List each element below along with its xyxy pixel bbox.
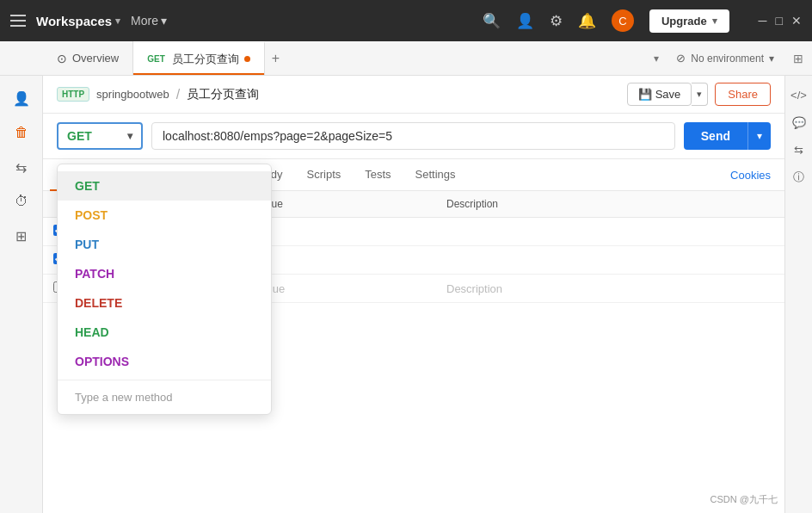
settings-icon[interactable]: ⚙ bbox=[550, 12, 563, 30]
share-button[interactable]: Share bbox=[715, 83, 771, 106]
request-header: HTTP springbootweb / 员工分页查询 💾 Save ▾ Sha… bbox=[43, 76, 784, 114]
dropdown-divider bbox=[58, 380, 271, 380]
sidebar-icon-link[interactable]: ⇆ bbox=[6, 151, 37, 182]
tab-method-label: GET bbox=[147, 54, 165, 64]
tab-add-button[interactable]: + bbox=[265, 41, 286, 75]
send-dropdown-button[interactable]: ▾ bbox=[747, 122, 771, 150]
rs-icon-comment[interactable]: 💬 bbox=[787, 110, 811, 134]
method-text: GET bbox=[67, 129, 92, 143]
rs-icon-info[interactable]: ⓘ bbox=[787, 165, 811, 189]
top-nav: Workspaces ▾ More ▾ 🔍 👤 ⚙ 🔔 C Upgrade ▾ … bbox=[0, 0, 812, 41]
rs-icon-rotate[interactable]: ⇆ bbox=[787, 138, 811, 162]
env-icon: ⊘ bbox=[676, 52, 686, 65]
breadcrumb-separator: / bbox=[176, 87, 180, 102]
save-label: Save bbox=[655, 88, 681, 101]
breadcrumb-part1: springbootweb bbox=[96, 88, 169, 101]
cookies-link[interactable]: Cookies bbox=[723, 160, 778, 190]
env-arrow-icon: ▾ bbox=[769, 53, 774, 65]
rs-icon-code[interactable]: </> bbox=[787, 83, 811, 107]
dropdown-item-get[interactable]: GET bbox=[58, 171, 271, 201]
dropdown-item-options[interactable]: OPTIONS bbox=[58, 347, 271, 376]
tab-overview[interactable]: ⊙ Overview bbox=[43, 41, 133, 75]
env-label: No environment bbox=[691, 53, 764, 65]
add-user-icon[interactable]: 👤 bbox=[516, 12, 534, 30]
tab-request-name: 员工分页查询 bbox=[172, 52, 239, 67]
avatar-icon[interactable]: C bbox=[612, 9, 634, 32]
tab-scripts[interactable]: Scripts bbox=[295, 159, 354, 191]
left-sidebar: 👤 🗑 ⇆ ⏱ ⊞ bbox=[0, 76, 43, 513]
upgrade-label: Upgrade bbox=[661, 15, 707, 28]
brand-label: Workspaces bbox=[36, 14, 112, 28]
close-button[interactable]: ✕ bbox=[791, 14, 802, 28]
bell-icon[interactable]: 🔔 bbox=[578, 12, 596, 30]
dropdown-item-put[interactable]: PUT bbox=[58, 230, 271, 259]
send-button-group: Send ▾ bbox=[684, 122, 771, 150]
save-icon: 💾 bbox=[638, 88, 652, 101]
th-description: Description bbox=[436, 191, 784, 218]
dropdown-item-post[interactable]: POST bbox=[58, 201, 271, 230]
more-menu[interactable]: More ▾ bbox=[131, 14, 167, 28]
nav-icons: 🔍 👤 ⚙ 🔔 C Upgrade ▾ ─ □ ✕ bbox=[483, 9, 802, 33]
tab-chevron-icon[interactable]: ▾ bbox=[647, 41, 666, 75]
save-dropdown-button[interactable]: ▾ bbox=[692, 83, 708, 106]
sidebar-icon-grid[interactable]: ⊞ bbox=[6, 220, 37, 251]
custom-method-input[interactable]: Type a new method bbox=[58, 384, 271, 407]
workspaces-menu[interactable]: Workspaces ▾ bbox=[36, 14, 120, 28]
main-area: 👤 🗑 ⇆ ⏱ ⊞ HTTP springbootweb / 员工分页查询 💾 … bbox=[0, 76, 812, 513]
url-input[interactable] bbox=[151, 122, 675, 150]
upgrade-arrow-icon: ▾ bbox=[712, 15, 717, 27]
hamburger-menu[interactable] bbox=[10, 15, 26, 27]
save-button[interactable]: 💾 Save bbox=[627, 83, 692, 106]
search-icon[interactable]: 🔍 bbox=[483, 12, 501, 30]
dropdown-item-head[interactable]: HEAD bbox=[58, 318, 271, 347]
more-label: More bbox=[131, 14, 158, 28]
brand-arrow-icon: ▾ bbox=[115, 15, 120, 27]
upgrade-button[interactable]: Upgrade ▾ bbox=[649, 9, 729, 33]
method-dropdown: GET POST PUT PATCH DELETE HEAD OPTIONS T… bbox=[57, 164, 272, 415]
tab-tests[interactable]: Tests bbox=[353, 159, 403, 191]
tab-modified-dot bbox=[244, 56, 250, 62]
more-arrow-icon: ▾ bbox=[161, 14, 167, 28]
tab-request[interactable]: GET 员工分页查询 bbox=[133, 41, 265, 75]
environment-selector[interactable]: ⊘ No environment ▾ bbox=[666, 41, 784, 75]
overview-label: Overview bbox=[72, 52, 119, 65]
http-badge: HTTP bbox=[57, 87, 89, 102]
right-sidebar: </> 💬 ⇆ ⓘ bbox=[784, 76, 812, 513]
breadcrumb-part2: 员工分页查询 bbox=[187, 87, 259, 102]
window-controls: ─ □ ✕ bbox=[759, 14, 802, 28]
method-selector[interactable]: GET ▾ bbox=[57, 122, 143, 150]
method-arrow-icon: ▾ bbox=[127, 130, 132, 142]
dropdown-item-patch[interactable]: PATCH bbox=[58, 259, 271, 288]
sidebar-icon-trash[interactable]: 🗑 bbox=[6, 117, 37, 148]
tab-settings[interactable]: Settings bbox=[403, 159, 468, 191]
url-bar: GET ▾ Send ▾ GET POST PUT PATCH DELETE H… bbox=[43, 114, 784, 159]
maximize-button[interactable]: □ bbox=[776, 14, 783, 28]
header-actions: 💾 Save ▾ Share bbox=[627, 83, 771, 106]
overview-icon: ⊙ bbox=[57, 52, 67, 65]
sidebar-icon-user[interactable]: 👤 bbox=[6, 83, 37, 114]
dropdown-item-delete[interactable]: DELETE bbox=[58, 288, 271, 318]
watermark: CSDN @九千七 bbox=[710, 493, 778, 506]
save-button-group: 💾 Save ▾ bbox=[627, 83, 709, 106]
minimize-button[interactable]: ─ bbox=[759, 14, 767, 28]
content-area: HTTP springbootweb / 员工分页查询 💾 Save ▾ Sha… bbox=[43, 76, 784, 513]
tab-bar: ⊙ Overview GET 员工分页查询 + ▾ ⊘ No environme… bbox=[0, 41, 812, 76]
send-button[interactable]: Send bbox=[684, 122, 747, 150]
tab-config-icon[interactable]: ⊞ bbox=[784, 41, 812, 75]
sidebar-icon-history[interactable]: ⏱ bbox=[6, 186, 37, 217]
th-value: Value bbox=[247, 191, 436, 218]
